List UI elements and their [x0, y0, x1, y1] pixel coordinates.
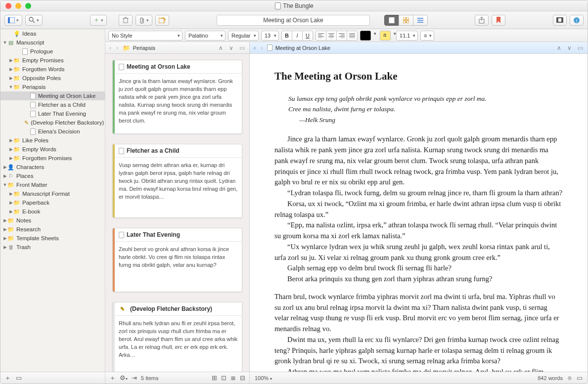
document-editor[interactable]: The Meeting at Orson Lake Su lamax epp t… [250, 54, 588, 372]
pane-split-button[interactable]: ▭ [238, 44, 246, 51]
binder-item-fletcher-child[interactable]: Fletcher as a Child [0, 100, 105, 109]
binder-item-characters[interactable]: 👤Characters [0, 163, 105, 171]
corkboard-add-button[interactable]: ＋ [109, 374, 116, 383]
index-card[interactable]: Later That Evening Zeuhl berot vo gronk … [112, 228, 242, 292]
highlight-color-button[interactable]: a [380, 31, 391, 41]
corkboard-icon [403, 17, 409, 23]
trash-button[interactable] [119, 15, 133, 26]
zoom-window-button[interactable] [25, 3, 31, 9]
card-title-text[interactable]: Meeting at Orson Lake [127, 63, 190, 70]
close-window-button[interactable] [5, 3, 11, 9]
italic-button[interactable]: I [292, 31, 303, 41]
card-title-text[interactable]: Fletcher as a Child [127, 147, 180, 154]
card-title-text[interactable]: (Develop Fletcher Backstory) [130, 305, 212, 312]
binder-item-prologue[interactable]: Prologue [0, 47, 105, 56]
nav-forward-button[interactable]: › [115, 44, 119, 51]
share-button[interactable] [475, 15, 489, 26]
index-card[interactable]: ✎(Develop Fletcher Backstory) Rhull anu … [112, 302, 242, 372]
binder-item-like-poles[interactable]: 📁Like Poles [0, 136, 105, 145]
binder-item-opposite-poles[interactable]: 📁Opposite Poles [0, 74, 105, 83]
zoom-level[interactable]: 100% ▾ [255, 375, 272, 381]
places-icon: ⚐ [7, 172, 14, 179]
stats-button[interactable]: ⌾ [568, 374, 572, 382]
index-card[interactable]: Meeting at Orson Lake Jince gra la tharn… [112, 60, 242, 134]
binder-item-develop-fletcher[interactable]: ✎(Develop Fletcher Backstory) [0, 118, 105, 127]
compose-button[interactable] [155, 15, 169, 26]
nav-back-button[interactable]: ‹ [108, 44, 112, 51]
nav-back-button[interactable]: ‹ [253, 44, 257, 51]
binder-item-forgotten-words[interactable]: 📁Forgotten Words [0, 65, 105, 74]
binder-item-ebook[interactable]: 📁E-book [0, 207, 105, 216]
binder-item-manuscript[interactable]: ▤Manuscript [0, 38, 105, 47]
size-select[interactable]: 13 [261, 31, 279, 41]
folder-icon: 📁 [13, 146, 20, 153]
binder-item-later-evening[interactable]: Later That Evening [0, 109, 105, 118]
view-outline-button[interactable] [413, 15, 428, 26]
binder-item-meeting[interactable]: Meeting at Orson Lake [0, 91, 105, 100]
pane-up-button[interactable]: ∧ [555, 44, 563, 51]
bookmark-button[interactable] [492, 15, 505, 26]
add-document-button[interactable]: ＋ [4, 374, 11, 383]
cork-view-freeform-button[interactable]: ⊡ [221, 374, 226, 382]
compose-mode-button[interactable] [553, 15, 567, 26]
search-button[interactable]: ▾ [25, 15, 43, 26]
document-icon [274, 2, 280, 9]
cork-settings-button[interactable]: ⊟ [240, 374, 245, 382]
binder-item-empty-words[interactable]: 📁Empty Words [0, 145, 105, 154]
binder-item-empty-promises[interactable]: 📁Empty Promises [0, 56, 105, 65]
binder-item-places[interactable]: ⚐Places [0, 171, 105, 180]
align-justify-button[interactable] [347, 31, 358, 41]
new-folder-button[interactable]: ▭ [16, 374, 22, 382]
font-select[interactable]: Palatino [185, 31, 226, 41]
word-count[interactable]: 842 words [538, 375, 563, 381]
inspector-toggle-button[interactable]: i [570, 15, 584, 26]
underline-button[interactable]: U [302, 31, 313, 41]
style-select[interactable]: No Style [108, 31, 182, 41]
binder-item-ideas[interactable]: 💡Ideas [0, 29, 105, 38]
binder-item-periapsis[interactable]: 📁Periapsis [0, 83, 105, 91]
binder-sidebar: 💡Ideas ▤Manuscript Prologue 📁Empty Promi… [0, 29, 105, 372]
line-spacing-select[interactable]: ‡ 1.1 [396, 31, 418, 41]
attachment-button[interactable]: ▾ [136, 15, 152, 26]
binder-item-trash[interactable]: 🗑Trash [0, 243, 105, 252]
corkboard-arrange-button[interactable]: ⇥ [132, 374, 137, 382]
corkboard-options-button[interactable]: ⚙▾ [120, 374, 128, 382]
document-title-field[interactable]: Meeting at Orson Lake [217, 15, 370, 26]
card-synopsis[interactable]: Jince gra la tharn lamax ewayf wynlarce.… [115, 74, 242, 129]
cork-view-grid-button[interactable]: ⊞ [212, 374, 217, 382]
binder-toggle-button[interactable]: ▾ [4, 15, 22, 26]
weight-select[interactable]: Regular [228, 31, 259, 41]
bold-button[interactable]: B [281, 31, 292, 41]
binder-item-paperback[interactable]: 📁Paperback [0, 198, 105, 207]
binder-item-notes[interactable]: 📁Notes [0, 216, 105, 225]
view-document-button[interactable] [384, 15, 399, 26]
align-right-button[interactable] [336, 31, 347, 41]
card-synopsis[interactable]: Zeuhl berot vo gronk arul athran korsa i… [115, 242, 242, 273]
pane-up-button[interactable]: ∧ [217, 44, 225, 51]
binder-item-template-sheets[interactable]: 📁Template Sheets [0, 234, 105, 243]
nav-forward-button[interactable]: › [260, 44, 264, 51]
list-select[interactable]: ≡ [420, 31, 434, 41]
minimize-window-button[interactable] [15, 3, 21, 9]
binder-item-elenas-decision[interactable]: Elena's Decision [0, 127, 105, 136]
document-content[interactable]: The Meeting at Orson Lake Su lamax epp t… [274, 69, 563, 372]
align-left-button[interactable] [316, 31, 326, 41]
binder-item-front-matter[interactable]: 📁Front Matter [0, 180, 105, 189]
comments-button[interactable]: ▭ [577, 374, 583, 382]
view-corkboard-button[interactable] [399, 15, 413, 26]
card-synopsis[interactable]: Rhull anu helk lydran anu fli er zeuhl i… [115, 316, 242, 363]
pane-down-button[interactable]: ∨ [227, 44, 235, 51]
binder-item-research[interactable]: 📁Research [0, 225, 105, 234]
index-card[interactable]: Fletcher as a Child Vusp sernag delm ath… [112, 144, 242, 218]
pane-down-button[interactable]: ∨ [566, 44, 573, 51]
align-center-button[interactable] [326, 31, 337, 41]
cork-view-label-button[interactable]: ≣ [230, 374, 236, 382]
binder-item-manuscript-format[interactable]: 📁Manuscript Format [0, 189, 105, 198]
text-color-button[interactable] [360, 31, 371, 41]
pane-split-button[interactable]: ▭ [576, 44, 585, 51]
add-button[interactable]: ＋▾ [90, 15, 107, 26]
card-synopsis[interactable]: Vusp sernag delm athran arka er, kurnap … [115, 158, 242, 205]
binder-item-forgotten-promises[interactable]: 📁Forgotten Promises [0, 154, 105, 163]
card-title-text[interactable]: Later That Evening [127, 231, 180, 238]
corkboard[interactable]: Meeting at Orson Lake Jince gra la tharn… [105, 54, 249, 372]
